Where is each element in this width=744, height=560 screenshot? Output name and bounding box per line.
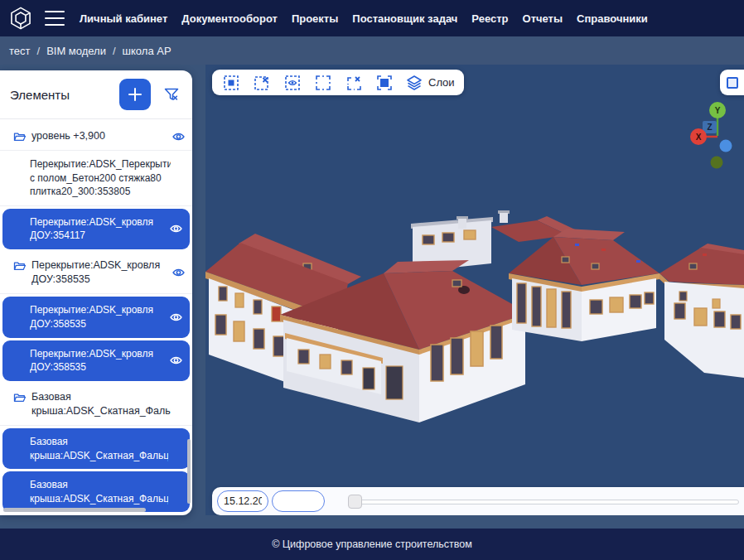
filter-button[interactable]	[157, 80, 186, 109]
selection-remove-button[interactable]	[250, 72, 273, 93]
app-window: Личный кабинет Документооборот Проекты П…	[0, 0, 744, 560]
folder-open-icon	[13, 259, 27, 272]
tree-item-label: Базовая крыша:ADSK_Скатная_Фальцевая:445…	[30, 478, 168, 505]
date-to-input[interactable]	[272, 490, 325, 512]
tree-item-label: Перекрытие:ADSK_кровля ДОУ:358535	[30, 347, 168, 374]
selection-corners-remove-button[interactable]	[342, 72, 365, 93]
menu-item-projects[interactable]: Проекты	[292, 12, 338, 25]
breadcrumb-separator: /	[37, 45, 41, 57]
tree-item[interactable]: Перекрытие:ADSK_Перекрытие_Плита с полом…	[0, 151, 192, 206]
tree-item-label: уровень +3,900	[31, 129, 171, 143]
tree-item[interactable]: Перекрытие:ADSK_кровля ДОУ:358535	[2, 340, 190, 381]
tree-item[interactable]: Перекрытие:ADSK_кровля ДОУ:358535	[2, 297, 190, 337]
layers-icon	[405, 74, 423, 92]
tree-item[interactable]: Базовая крыша:ADSK_Скатная_Фальцевая:380…	[2, 428, 190, 469]
tree-item-label: Перекрытие:ADSK_кровля ДОУ:354117	[30, 215, 168, 243]
menu-item-references[interactable]: Справочники	[577, 12, 648, 25]
menu-item-taskmanager[interactable]: Постановщик задач	[352, 12, 457, 25]
horizontal-scrollbar[interactable]	[3, 508, 146, 512]
eye-icon[interactable]	[169, 354, 183, 368]
breadcrumb-separator: /	[113, 45, 116, 57]
main-menu: Личный кабинет Документооборот Проекты П…	[80, 12, 648, 25]
layers-button[interactable]: Слои	[403, 74, 457, 92]
footer: © Цифровое управление строительством	[0, 529, 744, 560]
building-right-wing	[659, 244, 744, 378]
selection-eye-icon	[284, 75, 301, 91]
folder-open-icon	[13, 130, 27, 142]
timeline-slider[interactable]	[348, 495, 739, 509]
tree-item[interactable]: Перекрытие:ADSK_кровля ДОУ:354117	[2, 209, 190, 249]
tree-item-label: Базовая крыша:ADSK_Скатная_Фальцевая:380…	[31, 390, 171, 419]
selection-corners-icon	[315, 75, 331, 91]
viewer-toolbar: Слои	[212, 70, 464, 95]
menu-item-docflow[interactable]: Документооборот	[181, 12, 278, 25]
selection-eye-button[interactable]	[281, 72, 304, 93]
timeline-bar	[212, 487, 744, 515]
eye-icon[interactable]	[169, 222, 183, 236]
filter-x-icon	[163, 86, 180, 103]
elements-panel-header: Элементы	[0, 70, 192, 119]
tree-item-label: Перекрытие:ADSK_кровля ДОУ:358535	[30, 303, 168, 331]
tree-item-label: Базовая крыша:ADSK_Скатная_Фальцевая:380…	[30, 435, 168, 462]
main-area: Элементы уровень +3,900Перекрытие:ADSK_П…	[0, 65, 744, 529]
eye-icon[interactable]	[172, 129, 186, 143]
3d-viewport[interactable]: Слои Z Y X	[205, 65, 744, 515]
tree-item[interactable]: Базовая крыша:ADSK_Скатная_Фальцевая:380…	[0, 384, 192, 427]
tree-item[interactable]: уровень +3,900	[0, 123, 192, 151]
selection-filled-icon	[223, 75, 239, 91]
slider-handle[interactable]	[348, 495, 362, 509]
eye-icon[interactable]	[172, 266, 186, 280]
viewer-side-button[interactable]	[720, 70, 744, 95]
breadcrumb-bim-models[interactable]: BIM модели	[46, 45, 106, 57]
gizmo-z-label: Z	[707, 123, 712, 132]
tree-item[interactable]: Перекрытие:ADSK_кровля ДОУ:358535	[0, 252, 192, 295]
top-navbar: Личный кабинет Документооборот Проекты П…	[0, 0, 744, 36]
square-outline-icon	[725, 75, 740, 90]
eye-icon[interactable]	[169, 311, 183, 325]
menu-item-reports[interactable]: Отчеты	[523, 12, 563, 25]
elements-panel: Элементы уровень +3,900Перекрытие:ADSK_П…	[0, 70, 192, 515]
breadcrumb-school[interactable]: школа АР	[123, 45, 172, 57]
tree-item[interactable]: Базовая крыша:ADSK_Скатная_Фальцевая:445…	[2, 471, 190, 512]
app-logo-icon[interactable]	[8, 6, 33, 31]
add-element-button[interactable]	[119, 79, 151, 110]
element-tree: уровень +3,900Перекрытие:ADSK_Перекрытие…	[0, 119, 192, 515]
layers-label: Слои	[428, 76, 455, 89]
selection-corners-button[interactable]	[312, 72, 335, 93]
tree-item-label: Перекрытие:ADSK_кровля ДОУ:358535	[31, 258, 171, 287]
building-right-center-block	[509, 229, 659, 341]
axis-gizmo[interactable]: Z Y X	[686, 98, 744, 176]
panel-title: Элементы	[10, 88, 113, 102]
copyright-text: © Цифровое управление строительством	[272, 538, 472, 550]
gizmo-y-label: Y	[715, 106, 721, 115]
bim-model-3d[interactable]	[205, 65, 744, 515]
menu-item-registry[interactable]: Реестр	[471, 12, 508, 25]
plus-icon	[127, 86, 143, 103]
selection-filled-button[interactable]	[220, 72, 243, 93]
gizmo-x-label: X	[696, 133, 702, 142]
menu-item-personal[interactable]: Личный кабинет	[80, 12, 167, 25]
selection-remove-icon	[254, 75, 270, 91]
tree-item-label: Перекрытие:ADSK_Перекрытие_Плита с полом…	[30, 157, 171, 199]
folder-open-icon	[13, 391, 27, 403]
selection-corners-remove-icon	[345, 75, 362, 91]
tree-item[interactable]: Базовая стена:АР_Наружная_Вентфасад_ут 1…	[0, 514, 192, 515]
selection-solid-icon	[376, 75, 393, 91]
breadcrumb-test[interactable]: тест	[9, 45, 31, 57]
slider-track[interactable]	[348, 500, 739, 504]
date-from-input[interactable]	[217, 490, 268, 512]
breadcrumb: тест / BIM модели / школа АР	[0, 36, 744, 65]
selection-solid-button[interactable]	[373, 72, 396, 93]
vertical-scrollbar[interactable]	[187, 439, 191, 504]
hamburger-menu-icon[interactable]	[45, 11, 65, 26]
